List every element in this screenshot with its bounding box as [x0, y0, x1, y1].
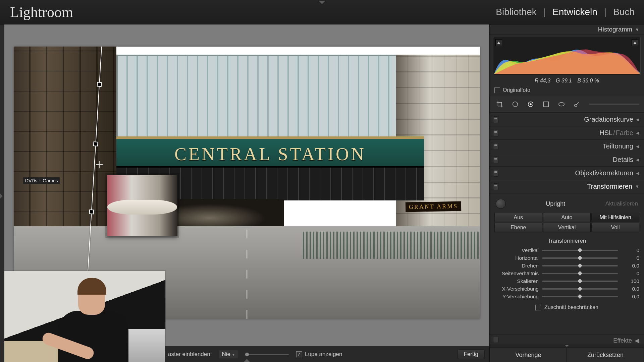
- upright-mode-row2: Ebene Vertikal Voll: [494, 223, 639, 232]
- scene-grant-arms-sign: GRANT ARMS: [406, 201, 462, 212]
- panel-switch-icon[interactable]: [493, 130, 498, 136]
- constrain-crop[interactable]: Zuschnitt beschränken: [494, 300, 639, 313]
- scene-railing: [303, 232, 480, 259]
- histogram[interactable]: [493, 37, 641, 75]
- upright-guided[interactable]: Mit Hilfslinien: [591, 213, 639, 222]
- chevron-left-icon: ◀: [635, 337, 639, 344]
- checkmark-icon: ✓: [296, 351, 302, 357]
- panel-switch-icon[interactable]: [493, 336, 498, 343]
- panel-switch-icon[interactable]: [493, 143, 498, 150]
- panel-detail[interactable]: Details ◀: [490, 153, 644, 166]
- chevron-right-icon: [0, 193, 3, 199]
- transform-subtitle: Transformieren: [494, 233, 639, 246]
- histogram-header[interactable]: Histogramm ▼: [490, 24, 644, 35]
- develop-right-panel: Histogramm ▼ R 44,3 G 39,1 B 36,0 % Orig…: [489, 24, 644, 362]
- chevron-left-icon: ◀: [636, 144, 639, 149]
- slider-horizontal[interactable]: Horizontal 0: [494, 254, 639, 262]
- upright-mode-row1: Aus Auto Mit Hilfslinien: [494, 213, 639, 222]
- upright-auto[interactable]: Auto: [543, 213, 591, 222]
- chevron-up-icon[interactable]: [244, 359, 250, 362]
- chevron-left-icon: ◀: [636, 130, 639, 135]
- slider-vertical[interactable]: Vertikal 0: [494, 246, 639, 254]
- chevron-down-icon: ▼: [635, 184, 639, 189]
- loupe-preview[interactable]: [107, 175, 177, 236]
- svg-point-2: [530, 103, 532, 105]
- original-photo-label: Originalfoto: [503, 87, 530, 93]
- chevron-down-icon[interactable]: [319, 1, 325, 4]
- shadow-clipping-toggle[interactable]: [495, 39, 502, 46]
- slider-x-offset[interactable]: X-Verschiebung 0,0: [494, 285, 639, 293]
- module-develop[interactable]: Entwickeln: [552, 7, 597, 17]
- graduated-filter-tool[interactable]: [541, 99, 551, 110]
- histogram-graph-icon: [494, 45, 640, 74]
- guide-handle[interactable]: [89, 209, 94, 215]
- panel-transform[interactable]: Transformieren ▼: [490, 180, 644, 193]
- svg-point-4: [559, 103, 565, 106]
- upright-update-button[interactable]: Aktualisieren: [605, 200, 638, 207]
- panel-switch-icon[interactable]: [493, 157, 498, 163]
- chevron-left-icon: ◀: [636, 171, 639, 176]
- module-book[interactable]: Buch: [613, 7, 635, 17]
- chevron-down-icon: [565, 345, 569, 347]
- guide-handle[interactable]: [97, 82, 102, 87]
- grid-overlay-select[interactable]: Nie: [219, 350, 238, 358]
- svg-rect-3: [544, 102, 549, 107]
- panel-hsl[interactable]: HSL/Farbe ◀: [490, 126, 644, 139]
- upright-off[interactable]: Aus: [494, 213, 542, 222]
- module-divider: |: [604, 7, 606, 17]
- upright-full[interactable]: Voll: [591, 223, 639, 232]
- spot-removal-tool[interactable]: [510, 99, 521, 110]
- crop-tool[interactable]: [494, 99, 505, 110]
- slider-scale[interactable]: Skalieren 100: [494, 277, 639, 285]
- rgb-readout: R 44,3 G 39,1 B 36,0 %: [490, 76, 644, 86]
- workspace: CENTRAL STATION GRANT ARMS DVDs + Games: [0, 24, 644, 362]
- scene-left-building: [14, 47, 116, 232]
- adjustment-brush-tool[interactable]: [572, 99, 582, 110]
- chevron-left-icon: ◀: [636, 117, 639, 122]
- guide-handle[interactable]: [93, 141, 98, 146]
- previous-button[interactable]: Vorherige: [490, 348, 567, 362]
- slider-aspect[interactable]: Seitenverhältnis 0: [494, 269, 639, 277]
- panel-tone-curve[interactable]: Gradationskurve ◀: [490, 113, 644, 126]
- upright-level[interactable]: Ebene: [494, 223, 542, 232]
- redeye-tool[interactable]: [525, 99, 536, 110]
- panel-switch-icon[interactable]: [493, 183, 498, 190]
- reset-button[interactable]: Zurücksetzen: [567, 348, 644, 362]
- show-loupe-label: Lupe anzeigen: [305, 351, 342, 358]
- panel-effects[interactable]: Effekte ◀: [490, 335, 644, 344]
- app-brand: Lightroom: [10, 4, 73, 21]
- radial-filter-tool[interactable]: [556, 99, 567, 110]
- canvas-area: CENTRAL STATION GRANT ARMS DVDs + Games: [4, 24, 489, 362]
- upright-analyze-icon[interactable]: [496, 199, 506, 209]
- checkbox-icon: [494, 87, 500, 93]
- highlight-clipping-toggle[interactable]: [632, 39, 638, 46]
- module-picker: Bibliothek | Entwickeln | Buch: [496, 7, 635, 17]
- left-panel-collapsed[interactable]: [0, 24, 4, 362]
- station-sign-text: CENTRAL STATION: [174, 144, 366, 165]
- original-photo-toggle[interactable]: Originalfoto: [490, 86, 644, 96]
- transform-panel-body: Upright Aktualisieren Aus Auto Mit Hilfs…: [490, 193, 644, 315]
- module-library[interactable]: Bibliothek: [496, 7, 536, 17]
- panel-split-toning[interactable]: Teiltonung ◀: [490, 139, 644, 153]
- slider-rotate[interactable]: Drehen 0,0: [494, 262, 639, 269]
- panel-switch-icon[interactable]: [493, 116, 498, 123]
- panel-switch-icon[interactable]: [493, 170, 498, 177]
- grid-opacity-slider[interactable]: [245, 354, 289, 355]
- presenter-webcam: [4, 271, 165, 362]
- histogram-title: Histogramm: [598, 26, 632, 33]
- upright-vertical[interactable]: Vertikal: [543, 223, 591, 232]
- chevron-down-icon: ▼: [635, 27, 639, 32]
- svg-point-0: [513, 102, 518, 107]
- top-bar: Lightroom Bibliothek | Entwickeln | Buch: [0, 0, 644, 24]
- panel-resize-handle[interactable]: [490, 344, 644, 348]
- done-button[interactable]: Fertig: [458, 349, 485, 359]
- scene-dvds-sign: DVDs + Games: [23, 177, 60, 184]
- show-loupe-checkbox[interactable]: ✓ Lupe anzeigen: [296, 351, 342, 358]
- scene-glasshouse: [116, 55, 424, 139]
- chevron-left-icon: ◀: [636, 157, 639, 162]
- slider-y-offset[interactable]: Y-Verschiebung 0,0: [494, 293, 639, 300]
- mask-amount-slider[interactable]: [589, 104, 639, 105]
- panel-lens-corrections[interactable]: Objektivkorrekturen ◀: [490, 166, 644, 180]
- develop-footer: Vorherige Zurücksetzen: [490, 348, 644, 362]
- upright-label: Upright: [546, 200, 565, 207]
